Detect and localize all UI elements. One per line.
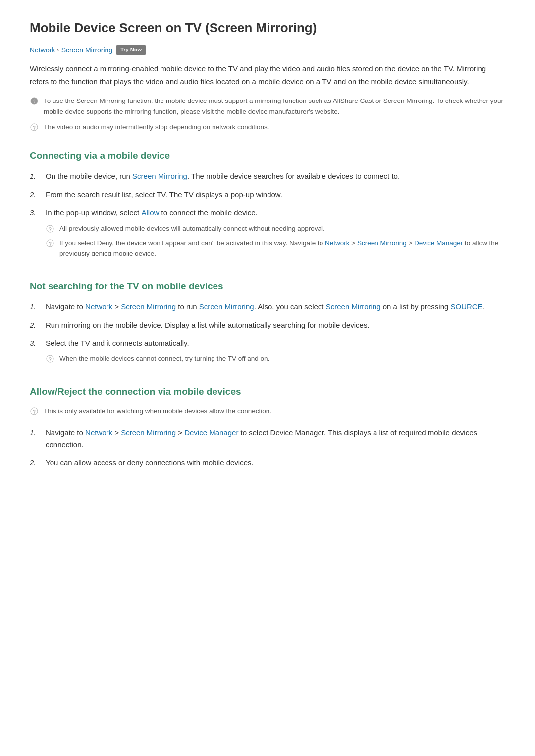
highlight-screen-mirroring-ar-1: Screen Mirroring [121,428,176,437]
step-num-3: 3. [30,207,40,219]
step-content-3: In the pop-up window, select Allow to co… [46,207,505,263]
sub-note-text-3-2: If you select Deny, the device won't app… [59,238,505,259]
sub-note-icon-3-2 [46,239,54,248]
not-searching-step-3: 3. Select the TV and it connects automat… [30,337,505,368]
not-searching-steps: 1. Navigate to Network > Screen Mirrorin… [30,301,505,368]
highlight-source: SOURCE [450,302,482,311]
note-item-2: The video or audio may intermittently st… [30,122,505,133]
step-num-ns-1: 1. [30,301,40,313]
step-num-1: 1. [30,170,40,183]
allow-reject-step-2: 2. You can allow access or deny connecti… [30,457,505,469]
step-content-ns-3: Select the TV and it connects automatica… [46,337,505,368]
step-num-ns-3: 3. [30,337,40,350]
note-item-1: To use the Screen Mirroring function, th… [30,96,505,117]
highlight-device-manager-1: Device Manager [414,239,463,247]
step-content-ns-1: Navigate to Network > Screen Mirroring t… [46,301,505,313]
try-now-badge[interactable]: Try Now [116,45,146,55]
breadcrumb: Network › Screen Mirroring Try Now [30,45,505,55]
sub-note-3-2: If you select Deny, the device won't app… [46,238,505,259]
highlight-screen-mirroring-ns-1: Screen Mirroring [121,302,176,311]
highlight-network-ar-1: Network [85,428,112,437]
notes-list: To use the Screen Mirroring function, th… [30,96,505,133]
highlight-network-ns-1: Network [85,302,112,311]
allow-reject-pre-note-list: This is only available for watching when… [30,406,505,417]
sub-note-icon-ns-3-1 [46,354,54,363]
note-text-1: To use the Screen Mirroring function, th… [44,96,505,117]
connecting-step-2: 2. From the search result list, select T… [30,189,505,201]
highlight-device-manager-ar-1: Device Manager [184,428,238,437]
svg-point-11 [34,413,34,414]
step-num-ns-2: 2. [30,319,40,332]
step-content-ns-2: Run mirroring on the mobile device. Disp… [46,319,505,332]
svg-point-9 [50,361,50,361]
step-content-2: From the search result list, select TV. … [46,189,505,201]
sub-note-icon-3-1 [46,224,54,233]
step-content-ar-1: Navigate to Network > Screen Mirroring >… [46,427,505,452]
note-text-2: The video or audio may intermittently st… [44,122,269,133]
sub-note-text-3-1: All previously allowed mobile devices wi… [59,223,325,234]
not-searching-step-2: 2. Run mirroring on the mobile device. D… [30,319,505,332]
section-title-not-searching: Not searching for the TV on mobile devic… [30,279,505,294]
allow-reject-pre-note: This is only available for watching when… [30,406,505,417]
svg-point-5 [50,231,50,231]
breadcrumb-separator-1: › [57,45,59,55]
note-icon-1 [30,97,39,105]
allow-reject-pre-note-icon [30,407,39,416]
svg-point-3 [34,129,34,130]
not-searching-step-1: 1. Navigate to Network > Screen Mirrorin… [30,301,505,313]
section-title-connecting: Connecting via a mobile device [30,149,505,163]
note-icon-2 [30,123,39,132]
step-num-2: 2. [30,189,40,201]
svg-point-7 [50,245,50,246]
breadcrumb-network[interactable]: Network [30,45,55,55]
step-content-ar-2: You can allow access or deny connections… [46,457,505,469]
allow-reject-pre-note-text: This is only available for watching when… [44,406,271,417]
breadcrumb-screen-mirroring[interactable]: Screen Mirroring [61,45,112,55]
highlight-screen-mirroring-ns-2: Screen Mirroring [199,302,254,311]
intro-text: Wirelessly connect a mirroring-enabled m… [30,62,505,88]
svg-point-1 [34,103,34,103]
page-title: Mobile Device Screen on TV (Screen Mirro… [30,20,505,37]
step-num-ar-1: 1. [30,427,40,439]
highlight-network-2: Network [325,239,350,247]
allow-reject-steps: 1. Navigate to Network > Screen Mirrorin… [30,427,505,469]
step-num-ar-2: 2. [30,457,40,469]
connecting-steps: 1. On the mobile device, run Screen Mirr… [30,170,505,263]
highlight-screen-mirroring-ns-3: Screen Mirroring [326,302,381,311]
connecting-step-3-subnotes: All previously allowed mobile devices wi… [46,223,505,259]
sub-note-text-ns-3-1: When the mobile devices cannot connect, … [59,353,269,364]
step-content-1: On the mobile device, run Screen Mirrori… [46,170,505,183]
highlight-screen-mirroring-1: Screen Mirroring [132,172,187,180]
connecting-step-3: 3. In the pop-up window, select Allow to… [30,207,505,263]
sub-note-3-1: All previously allowed mobile devices wi… [46,223,505,234]
sub-note-ns-3-1: When the mobile devices cannot connect, … [46,353,505,364]
allow-reject-step-1: 1. Navigate to Network > Screen Mirrorin… [30,427,505,452]
highlight-allow: Allow [141,208,159,217]
highlight-screen-mirroring-2: Screen Mirroring [357,239,407,247]
connecting-step-1: 1. On the mobile device, run Screen Mirr… [30,170,505,183]
section-title-allow-reject: Allow/Reject the connection via mobile d… [30,384,505,399]
not-searching-step-3-subnotes: When the mobile devices cannot connect, … [46,353,505,364]
